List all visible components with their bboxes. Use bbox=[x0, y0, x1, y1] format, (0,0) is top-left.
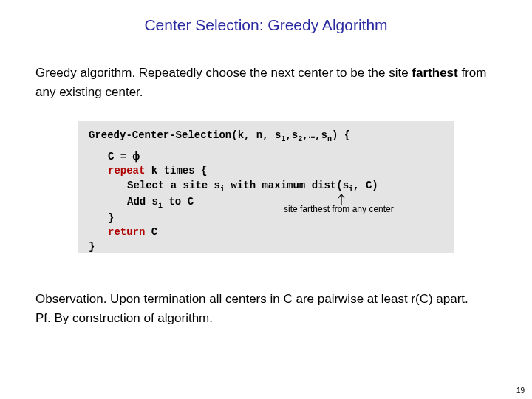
annotation-text: site farthest from any center bbox=[284, 204, 394, 214]
pf-text: By construction of algorithm. bbox=[51, 311, 213, 325]
fn-name: Greedy-Center-Selection(k, n, s bbox=[89, 129, 281, 141]
fn-tail: ) { bbox=[332, 129, 350, 141]
obs-text: Upon termination all centers in C are pa… bbox=[106, 292, 468, 306]
obs-label: Observation. bbox=[35, 292, 106, 306]
code-line-select: Select a site si with maximum dist(si, C… bbox=[89, 179, 443, 195]
sub-2: 2 bbox=[298, 135, 302, 143]
intro-prefix: Greedy algorithm. Repeatedly choose the … bbox=[35, 66, 412, 80]
return-keyword: return bbox=[108, 226, 145, 238]
intro-paragraph: Greedy algorithm. Repeatedly choose the … bbox=[35, 64, 497, 101]
code-line-repeat: repeat k times { bbox=[89, 164, 443, 179]
c-eq: C = bbox=[108, 151, 133, 163]
code-line-return: return C bbox=[89, 225, 443, 240]
add-b: to C bbox=[163, 196, 194, 208]
phi-symbol: ϕ bbox=[133, 151, 140, 162]
page-number: 19 bbox=[516, 386, 525, 395]
slide-title: Center Selection: Greedy Algorithm bbox=[0, 16, 532, 34]
code-line-init: C = ϕ bbox=[89, 149, 443, 165]
pf-label: Pf. bbox=[35, 311, 51, 325]
intro-strong: farthest bbox=[412, 66, 457, 80]
repeat-tail: k times { bbox=[145, 165, 207, 177]
sub-1: 1 bbox=[281, 135, 285, 143]
return-tail: C bbox=[145, 226, 157, 238]
repeat-keyword: repeat bbox=[108, 165, 145, 177]
add-a: Add s bbox=[127, 196, 158, 208]
observation-paragraph: Observation. Upon termination all center… bbox=[35, 290, 497, 327]
code-line-signature: Greedy-Center-Selection(k, n, s1,s2,…,sn… bbox=[89, 129, 443, 145]
select-c: , C) bbox=[353, 180, 378, 191]
code-line-outerclose: } bbox=[89, 240, 443, 255]
pseudocode-box: Greedy-Center-Selection(k, n, s1,s2,…,sn… bbox=[78, 121, 454, 253]
select-b: with maximum dist(s bbox=[225, 180, 349, 191]
select-a: Select a site s bbox=[127, 180, 220, 191]
